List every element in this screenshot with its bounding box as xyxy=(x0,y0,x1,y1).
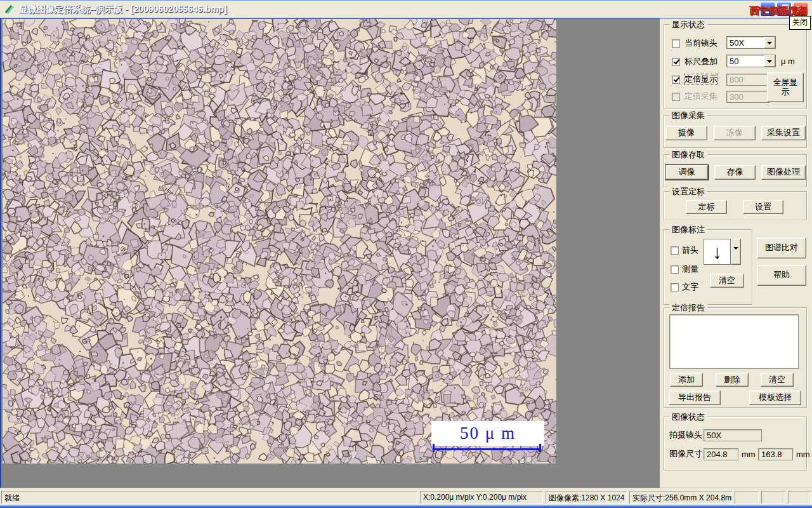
status-empty-panel xyxy=(735,491,759,504)
micrograph-canvas[interactable] xyxy=(3,19,556,464)
text-label: 文字 xyxy=(682,282,698,292)
group-image-status: 图像状态 拍摄镜头 50X 图像尺寸 204.8 mm 163.8 mm xyxy=(664,417,807,471)
down-arrow-icon: ↓ xyxy=(704,239,731,265)
chevron-down-icon[interactable] xyxy=(764,37,775,48)
image-width-value: 204.8 xyxy=(704,448,738,460)
current-lens-checkbox[interactable] xyxy=(672,39,680,48)
app-window: 显微图像定倍系统--演示版 - [20090602055646.bmp] 西宁仪… xyxy=(0,0,812,508)
arrow-checkbox[interactable] xyxy=(671,246,679,255)
fixed-capture-checkbox xyxy=(672,93,680,101)
group-title: 图像存取 xyxy=(669,150,707,159)
status-empty-panel xyxy=(788,491,811,504)
scale-bar-label: 50 μ m xyxy=(460,424,516,443)
lens-status-label: 拍摄镜头 xyxy=(669,430,702,440)
scale-bar-line xyxy=(433,448,541,450)
lens-select[interactable]: 50X xyxy=(726,36,776,49)
save-image-button[interactable]: 存像 xyxy=(714,165,756,180)
arrow-label: 箭头 xyxy=(682,245,698,255)
window-title: 显微图像定倍系统--演示版 - [20090602055646.bmp] xyxy=(19,4,227,15)
measure-checkbox[interactable] xyxy=(671,265,679,274)
calibrate-button[interactable]: 定标 xyxy=(686,200,727,214)
group-image-capture: 图像采集 摄像 冻像 采集设置 xyxy=(664,115,807,148)
annotation-area: 图像标注 箭头 测量 文字 ↓ 清空 图谱比对 帮助 xyxy=(664,229,807,307)
taskbar-edge xyxy=(0,505,812,508)
capture-settings-button[interactable]: 采集设置 xyxy=(761,126,806,140)
height-unit-label: mm xyxy=(796,450,810,460)
scale-value-select[interactable]: 50 xyxy=(726,55,776,67)
status-bar: 就绪 X:0.200μ m/pix Y:0.200μ m/pix 图像像素:12… xyxy=(0,488,812,506)
report-clear-button[interactable]: 清空 xyxy=(761,373,794,387)
scale-overlay-label: 标尺叠加 xyxy=(684,57,717,67)
group-title: 定倍报告 xyxy=(669,303,707,312)
image-process-button[interactable]: 图像处理 xyxy=(761,165,806,180)
chevron-down-icon[interactable] xyxy=(764,55,775,67)
scale-bar-label-box: 50 μ m xyxy=(431,421,544,446)
template-select-button[interactable]: 模板选择 xyxy=(749,391,801,405)
group-title: 显示状态 xyxy=(669,20,707,29)
fixed-capture-label: 定倍采集 xyxy=(684,91,717,102)
close-tooltip: 关闭 xyxy=(789,16,811,30)
status-actual-size: 实际尺寸:256.0mm X 204.8mm xyxy=(629,491,732,504)
report-add-button[interactable]: 添加 xyxy=(670,373,703,387)
app-logo-icon xyxy=(4,4,15,15)
status-empty-panel xyxy=(761,491,785,504)
group-calibration: 设置定标 定标 设置 xyxy=(664,191,807,220)
load-image-button[interactable]: 调像 xyxy=(665,165,708,180)
image-size-label: 图像尺寸 xyxy=(669,449,702,459)
fullscreen-button[interactable]: 全屏显示 xyxy=(767,72,804,102)
scale-unit-label: μ m xyxy=(781,57,795,67)
width-unit-label: mm xyxy=(742,450,756,460)
annotation-clear-button[interactable]: 清空 xyxy=(710,274,744,288)
group-annotation: 图像标注 箭头 测量 文字 ↓ 清空 xyxy=(664,229,752,305)
group-title: 设置定标 xyxy=(669,187,707,196)
fixed-display-value: 800 xyxy=(726,74,769,86)
fixed-display-checkbox[interactable] xyxy=(672,76,680,84)
lens-status-value: 50X xyxy=(704,429,762,441)
freeze-button: 冻像 xyxy=(714,126,756,140)
title-bar: 显微图像定倍系统--演示版 - [20090602055646.bmp] 西宁仪… xyxy=(0,0,812,18)
atlas-compare-button[interactable]: 图谱比对 xyxy=(757,237,806,258)
group-image-storage: 图像存取 调像 存像 图像处理 xyxy=(664,154,807,187)
group-title: 图像状态 xyxy=(669,412,707,422)
capture-button[interactable]: 摄像 xyxy=(665,126,707,140)
group-display-status: 显示状态 当前镜头 50X 标尺叠加 50 μ m 定倍显示 800 xyxy=(664,24,807,109)
image-background: 50 μ m xyxy=(0,18,660,488)
calib-settings-button[interactable]: 设置 xyxy=(743,200,783,214)
text-checkbox[interactable] xyxy=(671,283,679,291)
measure-label: 测量 xyxy=(682,264,698,274)
status-image-pixels: 图像像素:1280 X 1024 xyxy=(546,491,627,504)
status-ready: 就绪 xyxy=(1,491,417,504)
scale-overlay-checkbox[interactable] xyxy=(672,58,680,66)
export-report-button[interactable]: 导出报告 xyxy=(669,391,721,405)
help-button[interactable]: 帮助 xyxy=(757,265,806,286)
status-pixel-scale: X:0.200μ m/pix Y:0.200μ m/pix xyxy=(420,491,543,504)
current-lens-label: 当前镜头 xyxy=(684,38,717,48)
fixed-display-label: 定倍显示 xyxy=(684,74,717,84)
group-title: 图像标注 xyxy=(669,225,707,234)
group-title: 图像采集 xyxy=(669,110,707,120)
image-height-value: 163.8 xyxy=(758,448,793,460)
workspace: 50 μ m 显示状态 当前镜头 50X 标尺叠加 50 xyxy=(0,18,812,488)
report-list[interactable] xyxy=(669,314,799,369)
group-report: 定倍报告 添加 删除 清空 导出报告 模板选择 xyxy=(664,307,807,408)
report-delete-button[interactable]: 删除 xyxy=(716,373,749,387)
fixed-capture-value: 300 xyxy=(726,91,769,103)
chevron-down-icon[interactable] xyxy=(731,239,741,265)
control-sidebar: 显示状态 当前镜头 50X 标尺叠加 50 μ m 定倍显示 800 xyxy=(660,18,812,488)
arrow-style-select[interactable]: ↓ xyxy=(704,239,742,265)
